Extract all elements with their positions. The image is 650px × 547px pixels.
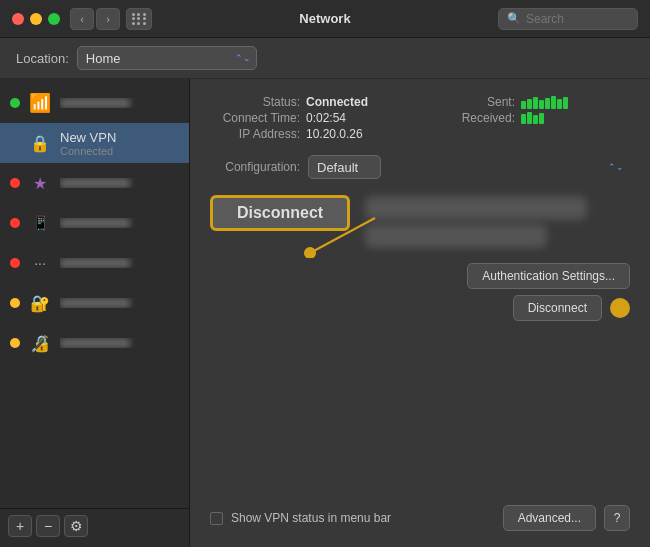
search-box[interactable]: 🔍 xyxy=(498,8,638,30)
grid-icon xyxy=(132,13,147,25)
config-label: Configuration: xyxy=(210,160,300,174)
auth-buttons-row: Authentication Settings... xyxy=(210,263,630,289)
status-label: Status: xyxy=(210,95,300,109)
item-text-7 xyxy=(60,338,179,348)
small-disconnect-button[interactable]: Disconnect xyxy=(513,295,602,321)
sent-row: Sent: xyxy=(425,95,630,109)
item-text-new-vpn: New VPN Connected xyxy=(60,130,179,157)
item-text-6 xyxy=(60,298,179,308)
search-input[interactable] xyxy=(526,12,629,26)
spacer xyxy=(210,337,630,491)
title-bar: ‹ › Network 🔍 xyxy=(0,0,650,38)
show-vpn-checkbox[interactable] xyxy=(210,512,223,525)
forward-button[interactable]: › xyxy=(96,8,120,30)
status-dot-red-5 xyxy=(10,258,20,268)
status-dot-green xyxy=(10,98,20,108)
status-dot-yellow-7 xyxy=(10,338,20,348)
lock-icon: 🔒 xyxy=(28,131,52,155)
traffic-lights xyxy=(12,13,60,25)
sidebar-item-4[interactable]: 📱 xyxy=(0,203,189,243)
connect-time-value: 0:02:54 xyxy=(306,111,346,125)
status-dot-red-3 xyxy=(10,178,20,188)
item-text-4 xyxy=(60,218,179,228)
received-row: Received: xyxy=(425,111,630,125)
status-value: Connected xyxy=(306,95,368,109)
status-dot-red-4 xyxy=(10,218,20,228)
help-button[interactable]: ? xyxy=(604,505,630,531)
remove-button[interactable]: − xyxy=(36,515,60,537)
advanced-button[interactable]: Advanced... xyxy=(503,505,596,531)
right-panel: Status: Connected Sent: Connect Time: xyxy=(190,79,650,547)
blurred-field-1 xyxy=(366,197,586,219)
sidebar-item-3[interactable]: ★ xyxy=(0,163,189,203)
minimize-button[interactable] xyxy=(30,13,42,25)
search-icon: 🔍 xyxy=(507,12,521,25)
blurred-name-1 xyxy=(60,98,130,108)
small-disconnect-row: Disconnect xyxy=(210,295,630,321)
disconnect-area: Disconnect xyxy=(210,193,630,247)
status-dot-yellow-6 xyxy=(10,298,20,308)
connect-time-label: Connect Time: xyxy=(210,111,300,125)
nav-arrows: ‹ › xyxy=(70,8,120,30)
connect-time-row: Connect Time: 0:02:54 xyxy=(210,111,415,125)
blurred-field-2 xyxy=(366,225,546,247)
ip-label: IP Address: xyxy=(210,127,300,141)
blurred-name-6 xyxy=(60,298,130,308)
sidebar-item-new-vpn[interactable]: 🔒 New VPN Connected xyxy=(0,123,189,163)
auth-row: Authentication Settings... Disconnect xyxy=(210,263,630,321)
gear-button[interactable]: ⚙ xyxy=(64,515,88,537)
ip-row: IP Address: 10.20.0.26 xyxy=(210,127,415,141)
blurred-name-5 xyxy=(60,258,130,268)
window-title: Network xyxy=(299,11,350,26)
sidebar-item-6[interactable]: 🔐 xyxy=(0,283,189,323)
lock2-icon: 🔐 xyxy=(28,291,52,315)
bluetooth-icon: ★ xyxy=(28,171,52,195)
status-row: Status: Connected xyxy=(210,95,415,109)
item-text-5 xyxy=(60,258,179,268)
blurred-fields xyxy=(366,197,630,247)
config-select-wrapper[interactable]: Default Manual xyxy=(308,155,630,179)
main-content: 📶 🔒 New VPN Connected ★ xyxy=(0,79,650,547)
maximize-button[interactable] xyxy=(48,13,60,25)
sent-label: Sent: xyxy=(425,95,515,109)
received-label: Received: xyxy=(425,111,515,125)
sidebar-bottom: + − ⚙ xyxy=(0,508,189,543)
config-select[interactable]: Default Manual xyxy=(308,155,381,179)
svg-line-1 xyxy=(310,218,375,253)
config-row: Configuration: Default Manual xyxy=(210,155,630,179)
auth-settings-button[interactable]: Authentication Settings... xyxy=(467,263,630,289)
arrow-svg xyxy=(300,208,380,258)
status-grid: Status: Connected Sent: Connect Time: xyxy=(210,95,630,141)
location-select-wrapper[interactable]: Automatic Home Work Office xyxy=(77,46,257,70)
disconnect-fields-row: Disconnect xyxy=(210,193,630,247)
recv-bars xyxy=(521,112,544,124)
vpn-bottom-row: Show VPN status in menu bar Advanced... … xyxy=(210,505,630,531)
dots-icon: ··· xyxy=(28,251,52,275)
blurred-name-4 xyxy=(60,218,130,228)
wifi-icon: 📶 xyxy=(28,91,52,115)
blurred-name-7 xyxy=(60,338,130,348)
close-button[interactable] xyxy=(12,13,24,25)
location-select[interactable]: Automatic Home Work Office xyxy=(77,46,257,70)
back-button[interactable]: ‹ xyxy=(70,8,94,30)
item-text-1 xyxy=(60,98,179,108)
sidebar-item-1[interactable]: 📶 xyxy=(0,83,189,123)
location-label: Location: xyxy=(16,51,69,66)
grid-button[interactable] xyxy=(126,8,152,30)
sent-bars xyxy=(521,96,568,109)
phone-icon: 📱 xyxy=(28,211,52,235)
item-name-new-vpn: New VPN xyxy=(60,130,179,145)
blurred-name-3 xyxy=(60,178,130,188)
show-vpn-label: Show VPN status in menu bar xyxy=(231,511,391,525)
lock3-icon: 🔏 xyxy=(28,331,52,355)
ip-value: 10.20.0.26 xyxy=(306,127,363,141)
item-status-new-vpn: Connected xyxy=(60,145,179,157)
sidebar-item-5[interactable]: ··· xyxy=(0,243,189,283)
sidebar-item-7[interactable]: 🔏 xyxy=(0,323,189,363)
location-bar: Location: Automatic Home Work Office xyxy=(0,38,650,79)
add-button[interactable]: + xyxy=(8,515,32,537)
sidebar: 📶 🔒 New VPN Connected ★ xyxy=(0,79,190,547)
item-text-3 xyxy=(60,178,179,188)
arrow-dot xyxy=(610,298,630,318)
